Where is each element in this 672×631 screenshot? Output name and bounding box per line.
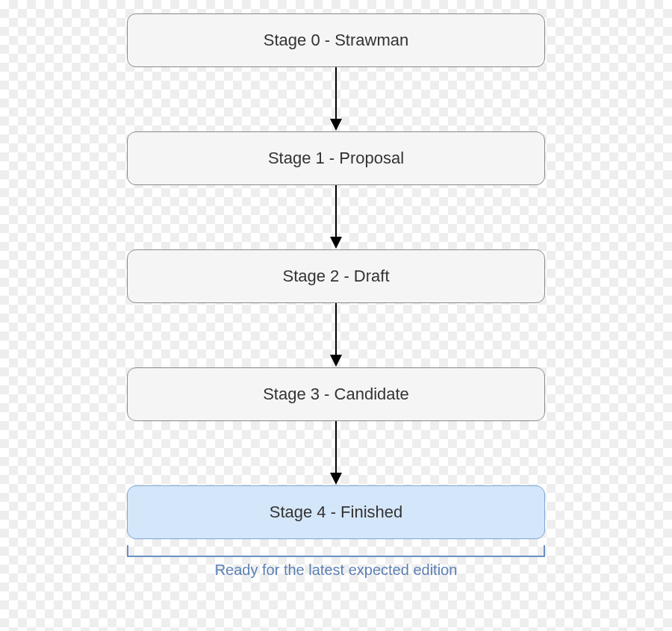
- arrow-line: [335, 185, 337, 237]
- stage-2-box: Stage 2 - Draft: [127, 249, 545, 303]
- flowchart: Stage 0 - Strawman Stage 1 - Proposal St…: [127, 13, 545, 579]
- arrow-head-icon: [330, 237, 342, 249]
- stage-3-label: Stage 3 - Candidate: [263, 385, 409, 404]
- arrow-head-icon: [330, 355, 342, 367]
- arrow-line: [335, 67, 337, 119]
- stage-4-box: Stage 4 - Finished: [127, 485, 545, 539]
- arrow-head-icon: [330, 119, 342, 131]
- stage-0-label: Stage 0 - Strawman: [264, 31, 408, 50]
- stage-0-box: Stage 0 - Strawman: [127, 13, 545, 67]
- bracket-icon: [127, 545, 545, 557]
- arrow-icon: [330, 185, 342, 249]
- arrow-icon: [330, 421, 342, 485]
- stage-4-label: Stage 4 - Finished: [270, 503, 403, 522]
- arrow-icon: [330, 303, 342, 367]
- stage-1-label: Stage 1 - Proposal: [268, 149, 404, 168]
- stage-3-box: Stage 3 - Candidate: [127, 367, 545, 421]
- arrow-head-icon: [330, 473, 342, 485]
- stage-2-label: Stage 2 - Draft: [282, 267, 389, 286]
- arrow-icon: [330, 67, 342, 131]
- stage-1-box: Stage 1 - Proposal: [127, 131, 545, 185]
- arrow-line: [335, 303, 337, 355]
- bracket-annotation: Ready for the latest expected edition: [127, 545, 545, 579]
- arrow-line: [335, 421, 337, 473]
- bracket-label: Ready for the latest expected edition: [215, 562, 458, 579]
